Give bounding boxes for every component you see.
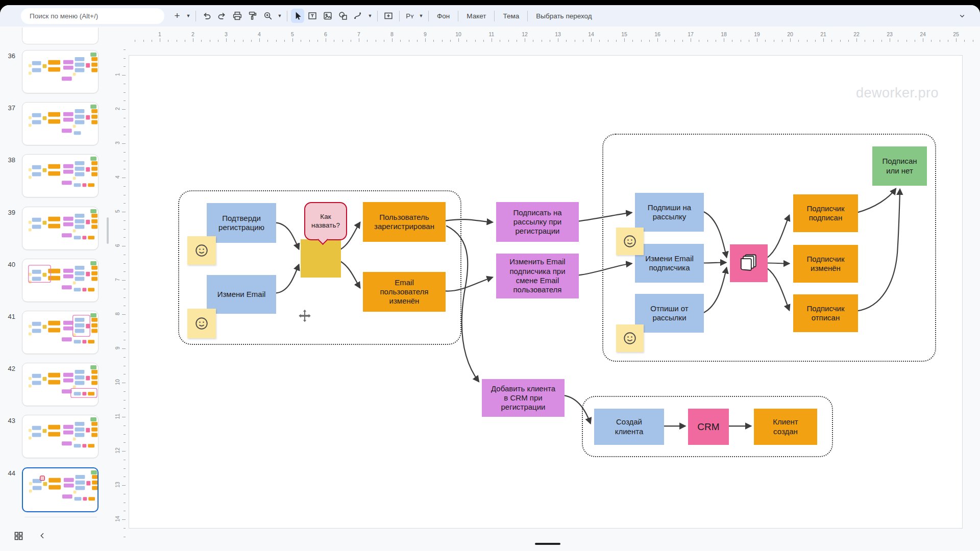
bubble-label: Как назвать? xyxy=(311,213,340,230)
theme-button[interactable]: Тема xyxy=(498,9,524,23)
ruler-tick xyxy=(122,280,126,281)
undo-button[interactable] xyxy=(200,9,214,23)
slide-thumbnail[interactable] xyxy=(22,415,99,458)
menu-search-input[interactable]: Поиск по меню (Alt+/) xyxy=(21,8,164,24)
ruler-tick xyxy=(124,297,126,298)
ruler-tick xyxy=(716,40,716,42)
slide-thumbnail[interactable] xyxy=(22,363,99,406)
diagram-shape-ysq[interactable] xyxy=(301,239,341,278)
shape-icon xyxy=(337,10,349,21)
theme-builder-dropdown[interactable]: ▼ xyxy=(418,9,425,23)
slide-number: 40 xyxy=(0,261,15,268)
shape-label: Email пользователя изменён xyxy=(380,278,429,306)
ruler-tick xyxy=(177,40,177,42)
ruler-tick xyxy=(823,38,824,42)
slide-thumbnail[interactable] xyxy=(22,102,99,145)
bottom-drag-handle[interactable] xyxy=(535,543,560,545)
diagram-shape-b1[interactable]: Подтверди регистрацию xyxy=(207,203,276,243)
shape-label: Клиент создан xyxy=(773,417,798,436)
line-dropdown[interactable]: ▼ xyxy=(366,9,374,23)
sticky-note[interactable] xyxy=(616,228,644,255)
diagram-shape-b4[interactable]: Измени Email подписчика xyxy=(635,244,704,283)
text-box-button[interactable] xyxy=(305,9,320,23)
ruler-tick xyxy=(840,40,841,42)
smiley-icon xyxy=(622,234,638,249)
slide-thumbnail[interactable] xyxy=(22,154,99,197)
hide-menus-button[interactable] xyxy=(955,9,969,22)
slide-thumbnail[interactable] xyxy=(22,311,99,354)
diagram-shape-b2[interactable]: Измени Email xyxy=(207,275,276,314)
ruler-tick xyxy=(234,40,235,42)
transition-button[interactable]: Выбрать переход xyxy=(531,9,596,23)
insert-shape-button[interactable] xyxy=(336,9,350,23)
background-button[interactable]: Фон xyxy=(432,9,454,23)
zoom-button[interactable] xyxy=(261,9,275,23)
slide-thumbnail-selected[interactable] xyxy=(22,467,99,512)
diagram-shape-p3[interactable]: Добавить клиента в CRM при регистрации xyxy=(482,379,565,417)
ruler-tick xyxy=(608,40,608,42)
diagram-shape-doc[interactable] xyxy=(730,244,768,282)
redo-button[interactable] xyxy=(215,9,229,23)
insert-image-button[interactable] xyxy=(321,9,335,23)
insert-line-button[interactable] xyxy=(351,9,365,23)
ruler-label: 11 xyxy=(114,411,120,421)
new-slide-button[interactable]: + xyxy=(170,9,184,23)
new-slide-dropdown[interactable]: ▼ xyxy=(185,9,192,23)
image-icon xyxy=(322,10,333,21)
insert-frame-icon xyxy=(383,10,394,21)
diagram-shape-o4[interactable]: Подписчик изменён xyxy=(793,245,858,283)
slide-thumbnail[interactable] xyxy=(22,207,99,250)
vertical-ruler: 1234567891011121314 xyxy=(113,42,126,551)
ruler-tick xyxy=(542,40,542,42)
diagram-shape-o6[interactable]: Клиент создан xyxy=(754,409,817,445)
ruler-tick xyxy=(152,40,152,42)
diagram-shape-o5[interactable]: Подписчик отписан xyxy=(793,294,858,332)
diagram-shape-b3[interactable]: Подпиши на рассылку xyxy=(635,193,704,232)
paint-format-button[interactable] xyxy=(246,9,260,23)
sticky-note[interactable] xyxy=(616,324,644,352)
diagram-shape-b6[interactable]: Создай клиента xyxy=(594,409,664,445)
zoom-dropdown[interactable]: ▼ xyxy=(276,9,283,23)
layout-button[interactable]: Макет xyxy=(462,9,491,23)
slide-page[interactable]: deworker.pro Подтверди регистрациюИзмени… xyxy=(129,55,963,529)
diagram-shape-b5[interactable]: Отпиши от рассылки xyxy=(635,294,704,333)
smiley-icon xyxy=(622,331,638,346)
ruler-tick xyxy=(923,38,923,42)
diagram-shape-gr[interactable]: Подписан или нет xyxy=(872,146,927,186)
filmstrip-scrollbar[interactable] xyxy=(107,217,109,244)
speech-bubble[interactable]: Как назвать? xyxy=(304,202,347,240)
ruler-tick xyxy=(122,519,126,520)
diagram-shape-p1[interactable]: Подписать на рассылку при регистрации xyxy=(496,202,579,242)
select-tool-button[interactable] xyxy=(291,9,304,23)
diagram-shape-o1[interactable]: Пользователь зарегистрирован xyxy=(363,202,446,242)
sticky-note[interactable] xyxy=(187,309,216,338)
ruler-tick xyxy=(409,40,409,42)
sticky-note[interactable] xyxy=(187,236,216,265)
grid-view-icon[interactable] xyxy=(13,531,24,541)
collapse-filmstrip-icon[interactable] xyxy=(38,532,46,540)
ruler-tick xyxy=(185,40,185,42)
ruler-tick xyxy=(201,40,202,42)
print-button[interactable] xyxy=(230,9,244,23)
ruler-tick xyxy=(122,485,126,486)
ruler-tick xyxy=(641,40,642,42)
ruler-tick xyxy=(122,75,126,76)
diagram-shape-o2[interactable]: Email пользователя изменён xyxy=(363,272,446,312)
ruler-tick xyxy=(649,40,650,42)
diagram-shape-p2[interactable]: Изменить Email подписчика при смене Emai… xyxy=(496,254,579,298)
ruler-tick xyxy=(749,40,749,42)
slide-thumbnail[interactable] xyxy=(22,259,99,302)
theme-builder-button[interactable]: Pʏ xyxy=(403,9,416,23)
slide-thumbnail-partial[interactable] xyxy=(22,28,99,44)
diagram-shape-o3[interactable]: Подписчик подписан xyxy=(793,194,858,232)
ruler-tick xyxy=(124,255,126,255)
slide-number: 37 xyxy=(0,104,15,112)
diagram-shape-crm[interactable]: CRM xyxy=(688,409,729,445)
insert-placeholder-button[interactable] xyxy=(381,9,396,23)
text-box-icon xyxy=(307,10,318,21)
ruler-tick xyxy=(898,40,898,42)
ruler-label: 10 xyxy=(455,31,461,37)
ruler-tick xyxy=(122,348,126,349)
ruler-label: 10 xyxy=(114,377,120,387)
slide-thumbnail[interactable] xyxy=(22,50,99,93)
